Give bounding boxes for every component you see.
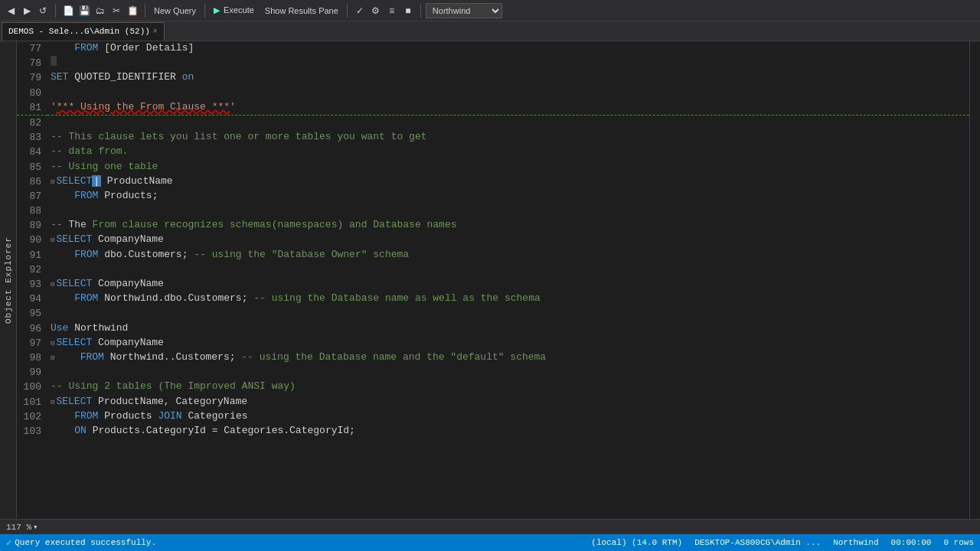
collapse-btn-98[interactable]: ⊟ (51, 354, 54, 362)
table-row: 98 ⊟ FROM Northwind..Customers; -- using… (17, 350, 969, 365)
execute-btn[interactable]: ▶ Execute (210, 4, 258, 17)
forward-btn[interactable]: ▶ (19, 3, 34, 18)
stop-icon[interactable]: ■ (400, 3, 416, 18)
icon4[interactable]: ✂ (109, 3, 124, 18)
show-results-pane-btn[interactable]: Show Results Pane (261, 5, 342, 17)
toolbar-mid-icons: 📄 💾 🗂 ✂ 📋 (60, 3, 140, 18)
line-code[interactable]: Use Northwind (47, 321, 969, 336)
line-number: 103 (17, 424, 47, 439)
line-number: 79 (17, 70, 47, 85)
zoom-dropdown-icon[interactable]: ▾ (33, 522, 38, 532)
tab-close-btn[interactable]: × (153, 28, 158, 36)
results-icon[interactable]: ≡ (384, 3, 400, 18)
line-number: 99 (17, 365, 47, 380)
table-row: 94 FROM Northwind.dbo.Customers; -- usin… (17, 292, 969, 306)
line-code[interactable]: '*** Using the From Clause ***' (47, 100, 969, 116)
line-code[interactable]: ⊟ FROM Northwind..Customers; -- using th… (47, 350, 969, 365)
toolbar-right-icons: ✓ ⚙ ≡ ■ (352, 3, 416, 18)
line-code[interactable]: -- Using one table (47, 160, 969, 174)
line-code[interactable]: FROM Products; (47, 189, 969, 204)
line-code[interactable] (47, 204, 969, 218)
line-number: 98 (17, 350, 47, 365)
tab-bar: DEMOS - Sele...G\Admin (52)) × (0, 21, 980, 41)
zoom-level: 117 % (6, 523, 31, 532)
status-db: Northwind (833, 538, 878, 547)
status-left: ✓ Query executed successfully. (6, 537, 156, 549)
line-code[interactable] (47, 115, 969, 130)
line-code[interactable]: SET QUOTED_IDENTIFIER on (47, 70, 969, 85)
table-row: 93 ⊟SELECT CompanyName (17, 277, 969, 292)
parse-icon[interactable]: ✓ (352, 3, 368, 18)
line-code[interactable]: -- data from. (47, 145, 969, 159)
table-row: 99 (17, 365, 969, 380)
line-code[interactable]: ⊟SELECT CompanyName (47, 277, 969, 292)
main-area: Object Explorer 77 FROM [Order Details] … (0, 41, 980, 519)
sep1 (55, 4, 56, 18)
right-scrollbar-gutter (969, 41, 980, 519)
collapse-btn-86[interactable]: ⊟ (51, 178, 54, 186)
back-btn[interactable]: ◀ (3, 3, 18, 18)
line-code[interactable]: ⊟SELECT CompanyName (47, 233, 969, 247)
line-number: 83 (17, 130, 47, 145)
collapse-btn-90[interactable]: ⊟ (51, 236, 54, 244)
table-row: 86 ⊟SELECT| ProductName (17, 174, 969, 189)
collapse-btn-93[interactable]: ⊟ (51, 281, 54, 289)
refresh-btn[interactable]: ↺ (35, 3, 51, 18)
line-code[interactable]: ⊟SELECT ProductName, CategoryName (47, 395, 969, 409)
line-number: 89 (17, 218, 47, 233)
debug-icon[interactable]: ⚙ (368, 3, 384, 18)
code-table: 77 FROM [Order Details] 78 79 SET QUOTED… (17, 41, 969, 439)
line-number: 80 (17, 86, 47, 100)
table-row: 101 ⊟SELECT ProductName, CategoryName (17, 395, 969, 409)
status-right: (local) (14.0 RTM) DESKTOP-AS800CG\Admin… (591, 538, 974, 547)
icon3[interactable]: 🗂 (93, 3, 108, 18)
new-query-icon[interactable]: New Query (150, 3, 200, 18)
line-number: 101 (17, 395, 47, 409)
line-number: 78 (17, 56, 47, 70)
sep4 (347, 4, 348, 18)
line-code[interactable]: -- The From clause recognizes schemas(na… (47, 218, 969, 233)
table-row: 90 ⊟SELECT CompanyName (17, 233, 969, 247)
line-number: 84 (17, 145, 47, 159)
icon2[interactable]: 💾 (77, 3, 92, 18)
line-number: 93 (17, 277, 47, 292)
table-row: 88 (17, 204, 969, 218)
table-row: 82 (17, 115, 969, 130)
collapse-btn-101[interactable]: ⊟ (51, 399, 54, 406)
toolbar-left-icons: ◀ ▶ ↺ (3, 3, 51, 18)
icon5[interactable]: 📋 (125, 3, 140, 18)
line-code[interactable] (47, 262, 969, 277)
database-select[interactable]: Northwind (426, 3, 502, 18)
main-tab[interactable]: DEMOS - Sele...G\Admin (52)) × (2, 22, 165, 41)
line-number: 100 (17, 380, 47, 394)
table-row: 80 (17, 86, 969, 100)
table-row: 97 ⊟SELECT CompanyName (17, 336, 969, 350)
table-row: 83 -- This clause lets you list one or m… (17, 130, 969, 145)
line-code[interactable]: ⊟SELECT CompanyName (47, 336, 969, 350)
status-instance: DESKTOP-AS800CG\Admin ... (694, 538, 821, 547)
table-row: 96 Use Northwind (17, 321, 969, 336)
object-explorer-sidebar: Object Explorer (0, 41, 17, 519)
collapse-btn-97[interactable]: ⊟ (51, 340, 54, 347)
line-number: 81 (17, 100, 47, 116)
line-code[interactable] (47, 306, 969, 321)
line-code[interactable]: ON Products.CategoryId = Categories.Cate… (47, 424, 969, 439)
line-code[interactable]: ⊟SELECT| ProductName (47, 174, 969, 189)
execute-icon: ▶ (214, 5, 220, 15)
line-code[interactable]: FROM Products JOIN Categories (47, 409, 969, 424)
line-number: 90 (17, 233, 47, 247)
line-code[interactable]: FROM dbo.Customers; -- using the "Databa… (47, 248, 969, 262)
line-code[interactable]: FROM [Order Details] (47, 41, 969, 56)
code-editor[interactable]: 77 FROM [Order Details] 78 79 SET QUOTED… (17, 41, 969, 519)
status-rows: 0 rows (943, 538, 974, 547)
table-row: 78 (17, 56, 969, 70)
line-code[interactable] (47, 365, 969, 380)
status-success-text: Query executed successfully. (15, 538, 156, 547)
icon1[interactable]: 📄 (60, 3, 76, 18)
line-code[interactable]: FROM Northwind.dbo.Customers; -- using t… (47, 292, 969, 306)
line-number: 94 (17, 292, 47, 306)
line-code[interactable] (47, 86, 969, 100)
line-code[interactable]: -- This clause lets you list one or more… (47, 130, 969, 145)
line-code[interactable] (47, 56, 969, 70)
line-code[interactable]: -- Using 2 tables (The Improved ANSI way… (47, 380, 969, 394)
